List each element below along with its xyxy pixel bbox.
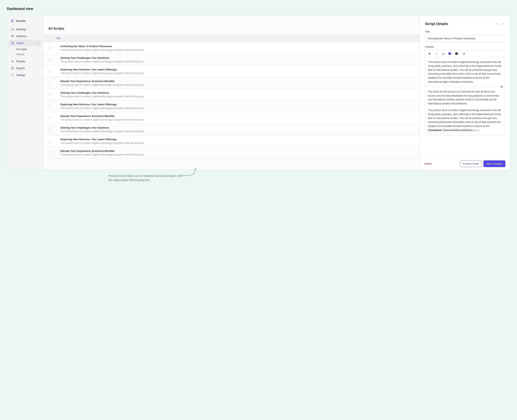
editor-paragraph: The product aims to create a digital tec… bbox=[428, 60, 502, 84]
svg-point-6 bbox=[13, 61, 13, 61]
row-checkbox[interactable] bbox=[48, 58, 51, 61]
gear-icon bbox=[11, 74, 14, 76]
row-checkbox[interactable] bbox=[48, 82, 51, 84]
delete-button[interactable]: Delete bbox=[424, 162, 432, 165]
script-details-drawer: Script Details Title Content B bbox=[420, 16, 510, 170]
highlight-button[interactable]: T ▾ bbox=[455, 52, 459, 55]
row-checkbox[interactable] bbox=[48, 116, 51, 120]
sidebar: Scrimba Meetings Webinars Scripts All sc bbox=[7, 16, 43, 170]
sidebar-item-webinars[interactable]: Webinars bbox=[8, 33, 42, 39]
video-icon bbox=[11, 28, 14, 31]
sidebar-item-peoples[interactable]: Peoples bbox=[8, 58, 42, 64]
report-icon bbox=[11, 67, 14, 70]
editor-toolbar: B I U ▾ T ▾ bbox=[425, 50, 504, 57]
bold-button[interactable]: B bbox=[428, 52, 431, 55]
divider-remove-icon[interactable]: ✕ bbox=[501, 86, 503, 88]
italic-button[interactable]: I bbox=[435, 52, 438, 55]
presentation-icon bbox=[11, 35, 14, 38]
caret-down-icon: ▾ bbox=[451, 53, 452, 54]
sidebar-item-meetings[interactable]: Meetings bbox=[8, 26, 42, 32]
row-checkbox[interactable] bbox=[48, 93, 51, 96]
row-checkbox[interactable] bbox=[48, 140, 51, 143]
preview-script-button[interactable]: Preview Script bbox=[460, 160, 481, 167]
title-input[interactable] bbox=[425, 35, 505, 42]
annotation-arrow-icon bbox=[182, 168, 199, 179]
editor-paragraph: The vision for the product is to become … bbox=[428, 90, 502, 106]
sidebar-item-label: Meetings bbox=[16, 28, 26, 31]
sidebar-item-reports[interactable]: Reports bbox=[8, 65, 42, 71]
script-icon bbox=[11, 41, 14, 45]
title-label: Title bbox=[425, 30, 505, 33]
app-frame: Scrimba Meetings Webinars Scripts All sc bbox=[7, 15, 510, 170]
sidebar-item-settings[interactable]: Settings bbox=[8, 72, 42, 78]
sidebar-item-label: Peoples bbox=[16, 60, 25, 63]
svg-point-11 bbox=[12, 75, 13, 75]
row-checkbox[interactable] bbox=[48, 105, 51, 108]
highlight-swatch-icon: T bbox=[455, 52, 458, 55]
people-icon bbox=[11, 60, 14, 63]
column-title: Title bbox=[56, 37, 478, 40]
brand: Scrimba bbox=[8, 19, 42, 26]
editor-paragraph: The product aims to create a digital tec… bbox=[428, 108, 502, 132]
page-title: Dashboard view bbox=[7, 7, 510, 11]
text-color-button[interactable]: ▾ bbox=[449, 52, 452, 55]
sidebar-item-label: Scripts bbox=[16, 42, 24, 45]
expand-icon[interactable] bbox=[496, 22, 499, 25]
row-checkbox[interactable] bbox=[48, 151, 51, 154]
sidebar-item-label: Settings bbox=[16, 74, 25, 76]
sidebar-item-label: Webinars bbox=[16, 35, 27, 38]
close-icon[interactable] bbox=[502, 22, 505, 25]
svg-point-5 bbox=[12, 60, 12, 61]
section-divider: ✕ bbox=[428, 87, 502, 87]
subnav-starred[interactable]: Starred bbox=[14, 52, 42, 57]
brand-logo-icon bbox=[10, 19, 14, 22]
color-swatch-icon bbox=[449, 52, 451, 55]
underline-button[interactable]: U bbox=[442, 52, 445, 55]
chevron-down-icon bbox=[37, 42, 39, 45]
bookmark-icon[interactable] bbox=[462, 52, 466, 55]
select-all-checkbox[interactable] bbox=[48, 37, 51, 40]
brand-name: Scrimba bbox=[16, 19, 26, 22]
annotation-text: Preview script helps user to rehearse th… bbox=[108, 174, 185, 182]
caret-down-icon: ▾ bbox=[458, 53, 459, 54]
scripts-subnav: All scripts Starred bbox=[8, 46, 42, 57]
row-checkbox[interactable] bbox=[48, 70, 51, 73]
subnav-all-scripts[interactable]: All scripts bbox=[14, 46, 42, 52]
row-checkbox[interactable] bbox=[48, 46, 51, 50]
content-label: Content bbox=[425, 45, 505, 48]
main-area: All Scripts Title Created on Unlocking t… bbox=[43, 16, 510, 170]
drawer-footer: Delete Preview Script Save Changes bbox=[420, 158, 510, 170]
row-checkbox[interactable] bbox=[48, 128, 51, 131]
editor-body[interactable]: The product aims to create a digital tec… bbox=[425, 57, 504, 126]
save-changes-button[interactable]: Save Changes bbox=[483, 160, 505, 167]
drawer-title: Script Details bbox=[425, 22, 496, 26]
content-editor: B I U ▾ T ▾ bbox=[425, 50, 505, 135]
sidebar-item-label: Reports bbox=[16, 67, 25, 70]
sidebar-item-scripts[interactable]: Scripts bbox=[8, 40, 42, 46]
